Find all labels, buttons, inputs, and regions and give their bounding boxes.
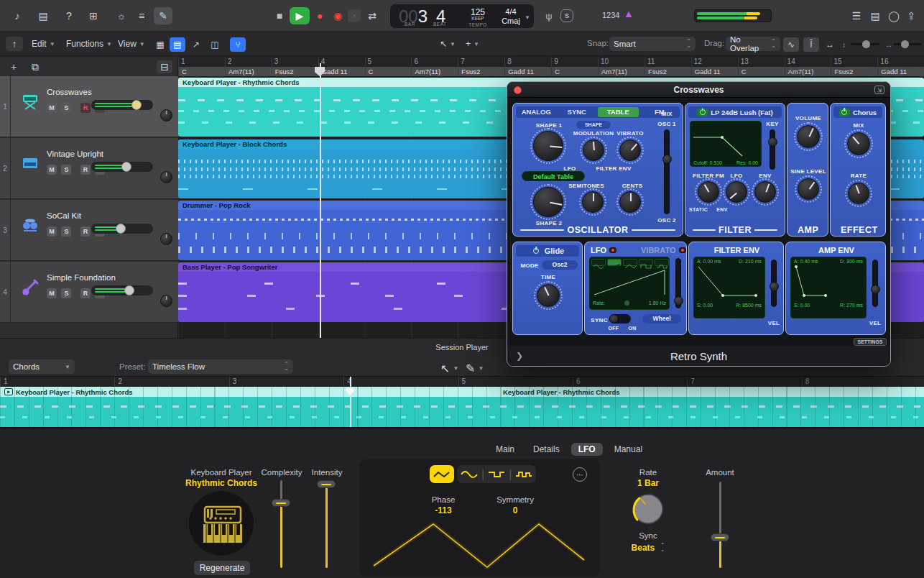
lcd-display[interactable]: 00 3 4 BAR BEAT 125 KEEP TEMPO 4/4 Cmaj … (390, 4, 534, 28)
filter-power-button[interactable] (697, 109, 708, 116)
more-options-button[interactable]: ⋯ (573, 467, 587, 482)
chord-cell[interactable]: Fsus2 (645, 67, 691, 76)
effect-power-button[interactable] (839, 109, 850, 116)
lcd-tempo-mode[interactable]: KEEP (465, 16, 491, 21)
complexity-slider-thumb[interactable] (272, 499, 290, 507)
lfo-wave-ramp-mini[interactable] (607, 259, 622, 266)
preset-dropdown[interactable]: Timeless Flow⌃⌄ (148, 359, 293, 374)
tuner-icon[interactable]: ψ (540, 7, 558, 24)
region-play-icon[interactable]: ▸ (4, 388, 13, 395)
mute-button[interactable]: M (47, 288, 57, 298)
functions-menu[interactable]: Functions▼ (66, 39, 112, 49)
volume-slider[interactable] (91, 224, 153, 234)
count-in-icon[interactable]: ▪ (348, 9, 361, 22)
symmetry-value[interactable]: 0 (486, 505, 544, 515)
pan-knob[interactable] (160, 109, 172, 121)
list-view-icon[interactable]: ▤ (170, 37, 185, 52)
lfo-waveform-display[interactable] (359, 517, 600, 574)
amount-slider-thumb[interactable] (711, 533, 729, 541)
mute-button[interactable]: M (47, 226, 57, 237)
chord-cell[interactable]: C (365, 67, 412, 76)
player-avatar[interactable] (189, 491, 254, 556)
grid-view-icon[interactable]: ▦ (152, 37, 168, 52)
intensity-slider-fill[interactable] (325, 487, 328, 568)
chord-cell[interactable]: Gadd 11 (877, 67, 924, 76)
duplicate-track-button[interactable]: ⧉ (27, 60, 43, 73)
vzoom-slider[interactable] (851, 43, 879, 45)
chord-cell[interactable]: C (738, 67, 785, 76)
tab-table[interactable]: TABLE (598, 107, 639, 117)
filter-env-display[interactable]: A: 0.00 ms D: 210 ms S: 0.00 R: 8500 ms (693, 257, 765, 318)
waveform-zoom-icon[interactable]: ∿ (783, 37, 799, 52)
shape2-knob[interactable] (533, 187, 563, 217)
dim-icon[interactable]: ☼ (114, 9, 129, 23)
lfo-shape-sine-button[interactable] (457, 465, 481, 483)
record-enable-button[interactable]: R (80, 288, 91, 298)
glide-power-button[interactable] (531, 247, 542, 255)
record-enable-button[interactable]: R (80, 226, 91, 237)
amp-env-vel-slider[interactable] (872, 260, 878, 307)
track-name[interactable]: SoCal Kit (47, 211, 81, 220)
complexity-slider-fill[interactable] (280, 503, 282, 568)
track-name[interactable]: Simple Foundation (47, 273, 116, 282)
track-header-options-icon[interactable]: ⊟ (157, 60, 172, 73)
solo-button[interactable]: S (61, 288, 71, 298)
amp-env-display[interactable]: A: 0.40 ms D: 300 ms S: 0.00 R: 270 ms (790, 257, 867, 318)
lfo-wave-square-mini[interactable] (639, 259, 653, 266)
chord-cell[interactable]: Fsus2 (272, 67, 318, 76)
quick-help-icon[interactable]: ? (60, 9, 78, 23)
amount-slider-fill[interactable] (719, 541, 721, 568)
semitones-knob[interactable] (582, 191, 604, 213)
chord-cell[interactable]: C (551, 67, 598, 76)
filter-lfo-knob[interactable] (726, 181, 747, 203)
lfo-amount-slider[interactable] (675, 258, 681, 308)
track-alternatives-icon[interactable]: ⑂ (230, 37, 246, 52)
secondary-tool-menu[interactable]: +▼ (466, 39, 479, 49)
chord-cell[interactable]: Am7(11) (225, 67, 272, 76)
lcd-time-sig[interactable]: 4/4 (496, 7, 525, 16)
chords-menu[interactable]: Chords▼ (9, 359, 75, 374)
hzoom-slider[interactable] (894, 43, 921, 45)
regenerate-button[interactable]: Regenerate (194, 561, 250, 575)
tab-analog[interactable]: ANALOG (516, 106, 557, 118)
loop-browser-icon[interactable]: ◯ (887, 9, 901, 22)
phase-value[interactable]: -113 (415, 505, 472, 515)
volume-slider[interactable] (91, 285, 153, 295)
glide-time-knob[interactable] (537, 284, 560, 307)
tab-sync[interactable]: SYNC (557, 106, 598, 118)
track-header-2[interactable]: 2 Vintage Upright M S R I (0, 138, 178, 199)
sine-level-knob[interactable] (798, 178, 819, 200)
vibrato-midi-button[interactable] (679, 247, 686, 253)
media-browser-icon[interactable]: ♪ (9, 9, 26, 23)
chord-track[interactable]: CAm7(11) Fsus2Gadd 11 CAm7(11) Fsus2Gadd… (178, 67, 924, 76)
lfo-tab[interactable]: LFO (591, 246, 606, 254)
count-in-label[interactable]: 1234 (602, 11, 619, 19)
rate-knob[interactable] (628, 489, 668, 529)
mute-button[interactable]: M (47, 165, 57, 175)
lcd-key[interactable]: Cmaj (496, 17, 525, 25)
share-icon[interactable]: ⇪ (904, 9, 918, 22)
lfo-wave-sine-mini[interactable] (591, 259, 606, 266)
lfo-wave-triangle-mini[interactable] (623, 259, 637, 266)
track-header-3[interactable]: 3 SoCal Kit M S R I (0, 200, 178, 261)
lfo-sync-toggle[interactable] (609, 314, 631, 324)
lfo-midi-button[interactable] (609, 247, 616, 253)
tab-main[interactable]: Main (489, 443, 522, 456)
play-button[interactable]: ▶ (290, 7, 310, 24)
lcd-chevron-icon[interactable]: ▼ (525, 14, 530, 21)
cycle-icon[interactable]: ⇄ (365, 9, 379, 22)
shape1-knob[interactable] (533, 131, 563, 161)
edit-menu[interactable]: Edit▼ (32, 39, 55, 49)
sync-dropdown[interactable]: Beats ⌃⌄ (619, 541, 677, 554)
intensity-slider-thumb[interactable] (317, 480, 336, 488)
vertical-autozoom-icon[interactable]: Ī (803, 37, 819, 52)
volume-slider[interactable] (91, 162, 153, 172)
chord-cell[interactable]: Am7(11) (598, 67, 645, 76)
chord-cell[interactable]: Gadd 11 (504, 67, 551, 76)
lfo-shape-square-button[interactable] (484, 465, 509, 483)
add-track-button[interactable]: + (6, 60, 22, 73)
lfo-shape-random-button[interactable] (512, 465, 536, 483)
toolbar-icon[interactable]: ⊞ (85, 9, 102, 23)
editor-ruler[interactable]: 12 34 56 78 (0, 377, 924, 387)
filter-env-knob[interactable] (754, 181, 776, 203)
